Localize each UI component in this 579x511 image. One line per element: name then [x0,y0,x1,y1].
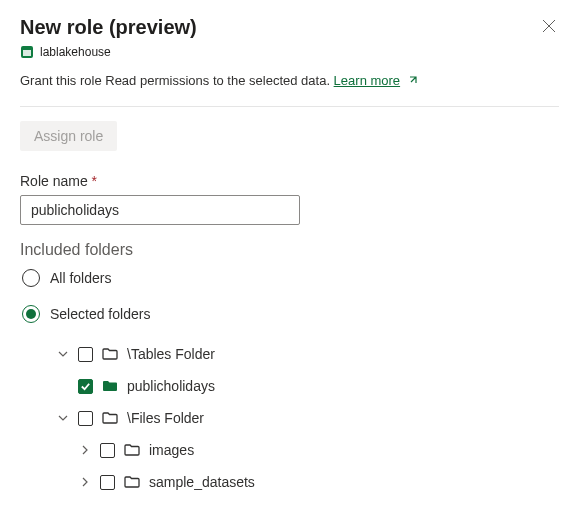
chevron-down-icon[interactable] [56,347,70,361]
tree-node-images[interactable]: images [78,437,559,463]
assign-role-button[interactable]: Assign role [20,121,117,151]
lakehouse-icon [20,45,34,59]
included-folders-label: Included folders [20,241,559,259]
external-link-icon [406,75,418,90]
tree-node-label: \Tables Folder [127,346,215,362]
lakehouse-name: lablakehouse [40,45,111,59]
tree-node-label: sample_datasets [149,474,255,490]
radio-selected-folders-label: Selected folders [50,306,150,322]
role-name-input[interactable] [20,195,300,225]
tree-node-files-folder[interactable]: \Files Folder [56,405,559,431]
learn-more-link[interactable]: Learn more [334,73,400,88]
svg-rect-3 [23,50,31,56]
folder-icon [101,345,119,363]
page-title: New role (preview) [20,16,197,39]
chevron-right-icon[interactable] [78,475,92,489]
checkbox-tables-folder[interactable] [78,347,93,362]
folder-icon [101,409,119,427]
checkbox-publicholidays[interactable] [78,379,93,394]
tree-node-label: images [149,442,194,458]
tree-node-sample-datasets[interactable]: sample_datasets [78,469,559,495]
checkbox-images[interactable] [100,443,115,458]
divider [20,106,559,107]
chevron-right-icon[interactable] [78,443,92,457]
tree-node-label: \Files Folder [127,410,204,426]
tree-node-tables-folder[interactable]: \Tables Folder [56,341,559,367]
tree-node-label: publicholidays [127,378,215,394]
chevron-down-icon[interactable] [56,411,70,425]
role-name-label: Role name * [20,173,559,189]
folder-icon [101,377,119,395]
radio-all-folders[interactable] [22,269,40,287]
checkbox-sample-datasets[interactable] [100,475,115,490]
checkbox-files-folder[interactable] [78,411,93,426]
close-icon[interactable] [539,16,559,36]
folder-icon [123,441,141,459]
folder-icon [123,473,141,491]
description-row: Grant this role Read permissions to the … [20,73,559,90]
radio-all-folders-label: All folders [50,270,111,286]
description-text: Grant this role Read permissions to the … [20,73,334,88]
tree-node-publicholidays[interactable]: publicholidays [78,373,559,399]
radio-selected-folders[interactable] [22,305,40,323]
